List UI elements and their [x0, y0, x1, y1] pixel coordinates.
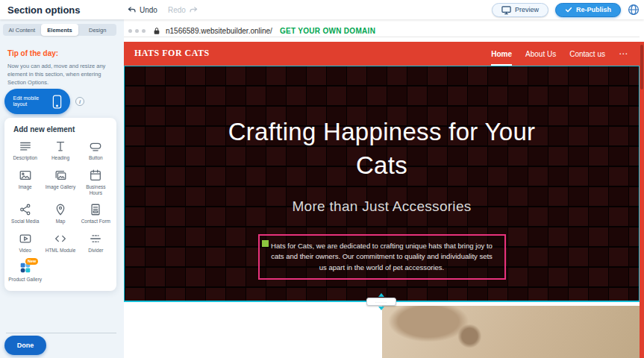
element-map[interactable]: Map — [43, 200, 78, 227]
map-icon — [54, 203, 67, 216]
edit-mobile-layout-button[interactable]: Edit mobile layout — [4, 89, 70, 114]
tab-ai-content[interactable]: AI Content — [3, 24, 41, 36]
element-label: HTML Module — [46, 248, 76, 254]
element-label: Social Media — [11, 219, 39, 224]
tip-of-the-day-title: Tip of the day: — [7, 49, 58, 57]
check-icon — [565, 6, 572, 13]
add-new-element-panel: Add new element Description Heading Butt… — [4, 118, 116, 291]
image-gallery-icon — [54, 169, 67, 182]
element-product-gallery[interactable]: New Product Gallery — [7, 258, 43, 286]
element-social-media[interactable]: Social Media — [7, 200, 43, 227]
info-icon[interactable]: i — [75, 97, 84, 106]
tip-of-the-day-body: Now you can add, move and resize any ele… — [7, 63, 113, 87]
element-drag-handle[interactable] — [262, 240, 269, 247]
hero-description-box[interactable]: Hats for Cats, we are dedicated to craft… — [258, 234, 506, 280]
preview-label: Preview — [515, 6, 539, 13]
preview-browser-bar: n1566589.websitebuilder.online/ GET YOUR… — [124, 25, 640, 37]
window-dots-icon — [128, 29, 146, 33]
image-icon — [19, 169, 32, 182]
element-html-module[interactable]: HTML Module — [43, 229, 78, 257]
element-video[interactable]: Video — [7, 229, 43, 257]
redo-label: Redo — [168, 6, 186, 14]
element-description[interactable]: Description — [7, 136, 43, 164]
element-label: Map — [56, 219, 66, 224]
element-button[interactable]: Button — [78, 136, 113, 164]
element-label: Description — [13, 155, 37, 161]
add-new-element-title: Add new element — [4, 118, 116, 136]
element-label: Heading — [51, 155, 69, 161]
element-image-gallery[interactable]: Image Gallery — [43, 166, 78, 199]
edit-mobile-layout-label: Edit mobile layout — [13, 95, 48, 108]
preview-scrollbar[interactable] — [640, 42, 644, 358]
video-icon — [19, 232, 32, 245]
element-label: Divider — [88, 248, 103, 254]
tab-design[interactable]: Design — [78, 24, 116, 36]
nav-contact-us[interactable]: Contact us — [569, 42, 605, 66]
resize-grip[interactable]: ······ — [366, 298, 396, 306]
element-divider[interactable]: Divider — [78, 229, 113, 257]
element-heading[interactable]: Heading — [43, 136, 78, 164]
globe-icon[interactable] — [628, 4, 640, 16]
nav-more-icon[interactable]: ⋯ — [619, 42, 628, 66]
republish-button[interactable]: Re-Publish — [555, 3, 621, 17]
undo-label: Undo — [140, 6, 157, 14]
phone-icon — [52, 95, 62, 109]
get-domain-link[interactable]: GET YOUR OWN DOMAIN — [280, 27, 375, 35]
element-grid: Description Heading Button Image Image G… — [4, 136, 116, 286]
element-image[interactable]: Image — [7, 166, 43, 199]
button-icon — [89, 139, 102, 153]
done-button[interactable]: Done — [4, 336, 46, 355]
resize-up-icon — [378, 293, 384, 297]
business-hours-icon — [89, 169, 102, 182]
republish-label: Re-Publish — [576, 6, 611, 13]
element-label: Image Gallery — [46, 184, 75, 190]
site-logo[interactable]: HATS FOR CATS — [134, 48, 210, 59]
element-label: Contact Form — [81, 219, 110, 224]
section-resize-handle[interactable]: ······ — [365, 293, 398, 310]
cat-paw-photo[interactable] — [382, 306, 640, 358]
undo-button[interactable]: Undo — [127, 5, 157, 15]
site-nav: Home About Us Contact us ⋯ — [491, 42, 628, 66]
page-title: Section options — [7, 4, 81, 16]
lock-icon — [153, 27, 160, 35]
sidebar-tabs: AI Content Elements Design — [3, 24, 116, 36]
nav-about-us[interactable]: About Us — [525, 42, 556, 66]
resize-down-icon — [378, 307, 384, 310]
scrollbar-thumb[interactable] — [640, 45, 643, 90]
redo-button[interactable]: Redo — [168, 5, 198, 15]
hero-subtitle[interactable]: More than Just Accessories — [292, 198, 471, 215]
element-label: Business Hours — [79, 184, 113, 196]
nav-home[interactable]: Home — [491, 42, 512, 66]
description-icon — [19, 139, 32, 153]
preview-button[interactable]: Preview — [492, 3, 548, 17]
topbar-actions: Preview Re-Publish — [492, 3, 640, 17]
element-label: Video — [19, 248, 31, 254]
new-badge: New — [25, 258, 38, 265]
section-options-sidebar: AI Content Elements Design Tip of the da… — [0, 19, 124, 358]
hero-description-text: Hats for Cats, we are dedicated to craft… — [271, 242, 493, 271]
element-label: Button — [89, 155, 103, 161]
contact-form-icon — [89, 203, 102, 216]
sidebar-divider — [6, 333, 116, 333]
social-media-icon — [19, 203, 32, 216]
monitor-icon — [501, 5, 511, 15]
html-module-icon — [54, 232, 67, 245]
element-contact-form[interactable]: Contact Form — [78, 200, 113, 227]
redo-icon — [189, 5, 198, 15]
divider-icon — [89, 232, 102, 245]
history-controls: Undo Redo — [127, 5, 198, 15]
heading-icon — [54, 139, 67, 153]
tab-elements[interactable]: Elements — [41, 24, 79, 36]
hero-headline[interactable]: Crafting Happiness for Your Cats — [218, 116, 546, 182]
undo-icon — [127, 5, 137, 15]
element-business-hours[interactable]: Business Hours — [78, 166, 113, 199]
element-label: Image — [19, 184, 32, 190]
top-toolbar: Section options Undo Redo Preview Re-P — [0, 0, 644, 19]
site-url: n1566589.websitebuilder.online/ — [166, 27, 272, 35]
element-label: Product Gallery — [8, 277, 42, 283]
hero-section[interactable]: Crafting Happiness for Your Cats More th… — [124, 66, 640, 302]
site-header: HATS FOR CATS Home About Us Contact us ⋯ — [124, 42, 640, 66]
